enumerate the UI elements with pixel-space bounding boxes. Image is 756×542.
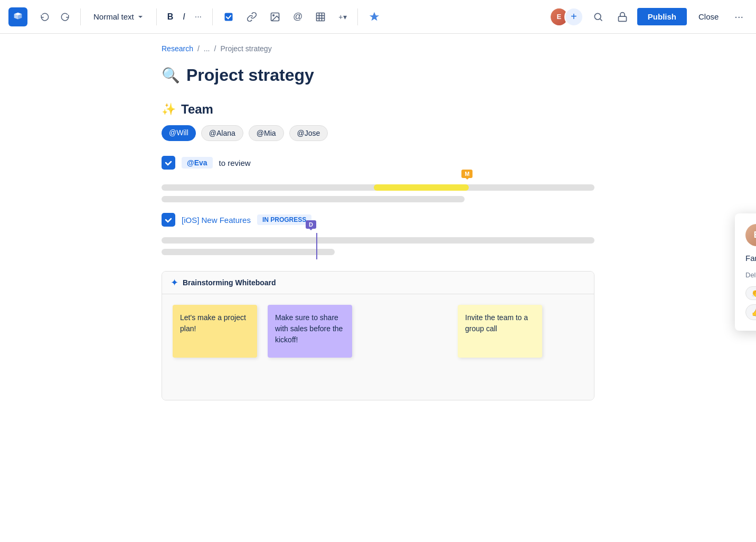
divider-1 — [80, 8, 81, 25]
svg-line-9 — [600, 18, 602, 21]
whiteboard-header: ✦ Brainstorming Whiteboard — [162, 272, 594, 294]
gantt-marker-m: M — [461, 170, 472, 178]
whiteboard-icon: ✦ — [171, 277, 178, 288]
task-user-mention[interactable]: @Eva — [182, 157, 213, 169]
team-tags: @Will @Alana @Mia @Jose — [162, 125, 594, 141]
checklist-button[interactable] — [219, 8, 238, 25]
team-tag-alana[interactable]: @Alana — [201, 125, 243, 141]
sticky-note-3-text: Invite the team to a group call — [465, 313, 528, 333]
team-tag-will[interactable]: @Will — [162, 125, 196, 141]
link-button[interactable] — [242, 8, 261, 25]
team-section-heading: Team — [181, 102, 213, 117]
gantt-highlight — [374, 184, 469, 191]
svg-point-2 — [273, 14, 275, 15]
gantt-line-4 — [162, 249, 335, 255]
sticky-note-1: Let's make a project plan! — [173, 305, 257, 358]
task-row: @Eva to review — [162, 156, 594, 170]
more-format-button[interactable]: ··· — [191, 9, 206, 25]
mention-button[interactable]: @ — [289, 8, 307, 25]
divider-2 — [156, 8, 157, 25]
team-tag-mia[interactable]: @Mia — [249, 125, 284, 141]
close-button[interactable]: Close — [692, 8, 725, 25]
breadcrumb-middle[interactable]: ... — [204, 44, 210, 53]
page-title: Project strategy — [186, 66, 314, 85]
page-title-row: 🔍 Project strategy — [162, 66, 594, 85]
comment-body-text: Fantastic idea! Can't wait to see this c… — [745, 253, 756, 265]
comment-reactions: 👏4 🍎1 🥑1 😲2 🥐10 👍25 🔥10 ❤️20 ☺ — [745, 286, 756, 320]
page-title-icon: 🔍 — [162, 67, 180, 84]
toolbar-right: E + Publish Close ··· — [550, 7, 748, 26]
breadcrumb-sep1: / — [197, 44, 200, 53]
publish-button[interactable]: Publish — [637, 8, 687, 25]
undo-redo-group — [36, 9, 74, 25]
italic-button[interactable]: I — [178, 9, 189, 25]
search-button[interactable] — [589, 8, 608, 25]
divider-3 — [212, 8, 213, 25]
comment-author-avatar: E — [745, 224, 756, 246]
sticky-note-3: Invite the team to a group call — [458, 305, 542, 358]
gantt-marker-d: D — [306, 220, 316, 229]
svg-rect-0 — [225, 13, 233, 21]
ios-task-checkbox[interactable] — [162, 213, 175, 227]
gantt-line-2 — [162, 196, 465, 202]
comment-delete-button[interactable]: Delete — [745, 271, 756, 279]
text-style-label: Normal text — [93, 12, 134, 21]
sticky-note-2-text: Make sure to share with sales before the… — [275, 313, 343, 344]
svg-rect-3 — [317, 13, 325, 21]
text-style-dropdown[interactable]: Normal text — [87, 9, 150, 24]
breadcrumb-current: Project strategy — [220, 44, 271, 53]
gantt-line-3 — [162, 237, 594, 244]
whiteboard-title: Brainstorming Whiteboard — [183, 278, 276, 287]
lock-button[interactable] — [613, 8, 632, 25]
table-button[interactable] — [311, 8, 330, 25]
task-checkbox[interactable] — [162, 156, 175, 170]
whiteboard-body: Let's make a project plan! Make sure to … — [162, 294, 594, 400]
bold-button[interactable]: B — [163, 9, 178, 25]
gantt-cursor — [316, 233, 317, 259]
whiteboard-section: ✦ Brainstorming Whiteboard Let's make a … — [162, 271, 594, 400]
comment-header: E Eva Lien 4 hours ago — [745, 224, 756, 246]
ios-task-text[interactable]: [iOS] New Features — [182, 216, 251, 225]
sparkle-icon: ✨ — [162, 102, 176, 116]
sticky-placeholder — [363, 305, 447, 337]
outer-content: Research / ... / Project strategy 🔍 Proj… — [0, 34, 756, 422]
sticky-note-1-text: Let's make a project plan! — [180, 313, 246, 333]
ai-button[interactable] — [364, 8, 384, 26]
team-tag-jose[interactable]: @Jose — [289, 125, 328, 141]
toolbar: Normal text B I ··· @ +▾ E — [0, 0, 756, 34]
image-button[interactable] — [266, 8, 285, 25]
format-buttons: B I ··· — [163, 9, 206, 25]
add-collaborator-button[interactable]: + — [564, 7, 583, 26]
svg-point-8 — [594, 13, 601, 20]
ios-task-badge: IN PROGRESS — [257, 214, 311, 225]
undo-button[interactable] — [36, 9, 54, 25]
more-options-button[interactable]: ··· — [730, 7, 748, 26]
gantt-area-2: D — [162, 237, 594, 255]
breadcrumb: Research / ... / Project strategy — [162, 44, 594, 53]
redo-button[interactable] — [56, 9, 74, 25]
breadcrumb-root[interactable]: Research — [162, 44, 193, 53]
svg-rect-10 — [618, 16, 626, 21]
divider-4 — [357, 8, 358, 25]
gantt-area-1: M — [162, 184, 594, 202]
task-description: to review — [219, 158, 251, 167]
comment-popup: E Eva Lien 4 hours ago Fantastic idea! C… — [735, 213, 756, 331]
team-section-heading-row: ✨ Team — [162, 102, 594, 117]
breadcrumb-sep2: / — [214, 44, 216, 53]
insert-plus-button[interactable]: +▾ — [334, 10, 351, 24]
gantt-line-1: M — [162, 184, 594, 191]
avatar-group: E + — [550, 7, 583, 26]
sticky-note-2: Make sure to share with sales before the… — [268, 305, 352, 358]
content-area: Research / ... / Project strategy 🔍 Proj… — [140, 34, 616, 422]
ios-task-row: [iOS] New Features IN PROGRESS — [162, 213, 594, 227]
reaction-clap[interactable]: 👏4 — [745, 286, 756, 300]
app-logo[interactable] — [8, 7, 27, 26]
reaction-thumbsup[interactable]: 👍25 — [745, 304, 756, 320]
